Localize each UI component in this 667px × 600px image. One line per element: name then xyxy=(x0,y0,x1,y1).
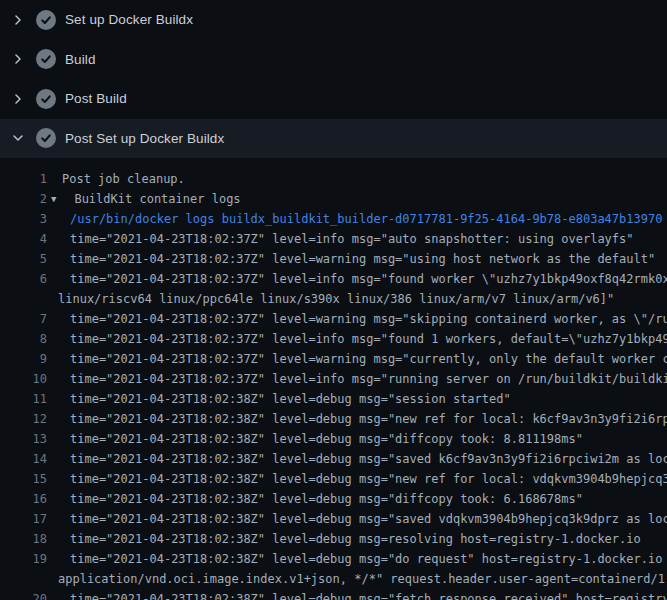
log-line-number[interactable]: 12 xyxy=(0,409,47,429)
log-line-number[interactable]: 2 xyxy=(0,189,47,209)
log-line-number[interactable]: 18 xyxy=(0,529,47,549)
log-line-text: time="2021-04-23T18:02:38Z" level=debug … xyxy=(58,529,641,549)
log-line: linux/riscv64 linux/ppc64le linux/s390x … xyxy=(0,289,667,309)
log-line-text: time="2021-04-23T18:02:38Z" level=debug … xyxy=(58,469,667,489)
chevron-right-icon xyxy=(10,91,26,107)
log-line-text: time="2021-04-23T18:02:37Z" level=info m… xyxy=(58,329,667,349)
log-line-text: Post job cleanup. xyxy=(58,169,185,189)
log-line-number[interactable] xyxy=(0,289,47,309)
group-collapse-triangle-icon: ▼ xyxy=(47,189,56,209)
log-line: 15 time="2021-04-23T18:02:38Z" level=deb… xyxy=(0,469,667,489)
log-line: 13 time="2021-04-23T18:02:38Z" level=deb… xyxy=(0,429,667,449)
log-line-number[interactable]: 5 xyxy=(0,249,47,269)
log-line-text: time="2021-04-23T18:02:38Z" level=debug … xyxy=(58,449,667,469)
step-label: Post Build xyxy=(65,91,127,106)
step-list: Set up Docker Buildx Build P xyxy=(0,0,667,158)
log-line-text: time="2021-04-23T18:02:37Z" level=warnin… xyxy=(58,309,667,329)
log-line-number[interactable]: 6 xyxy=(0,269,47,289)
log-line: 5 time="2021-04-23T18:02:37Z" level=warn… xyxy=(0,249,667,269)
log-line-text: time="2021-04-23T18:02:37Z" level=info m… xyxy=(58,269,667,289)
check-circle-icon xyxy=(36,128,56,148)
log-line-number[interactable]: 7 xyxy=(0,309,47,329)
step-header-post-set-up-docker-buildx[interactable]: Post Set up Docker Buildx xyxy=(0,119,667,159)
check-circle-icon xyxy=(36,49,56,69)
log-line-command: 3 /usr/bin/docker logs buildx_buildkit_b… xyxy=(0,209,667,229)
log-line-number[interactable]: 4 xyxy=(0,229,47,249)
log-line-text: linux/riscv64 linux/ppc64le linux/s390x … xyxy=(58,289,614,309)
actions-log-viewer: Set up Docker Buildx Build P xyxy=(0,0,667,600)
step-header-post-build[interactable]: Post Build xyxy=(0,79,667,119)
log-line-text: time="2021-04-23T18:02:37Z" level=info m… xyxy=(58,369,667,389)
log-line: 12 time="2021-04-23T18:02:38Z" level=deb… xyxy=(0,409,667,429)
log-line: application/vnd.oci.image.index.v1+json,… xyxy=(0,569,667,589)
log-output: 1 Post job cleanup. 2 ▼BuildKit containe… xyxy=(0,158,667,600)
check-circle-icon xyxy=(36,10,56,30)
log-line: 11 time="2021-04-23T18:02:38Z" level=deb… xyxy=(0,389,667,409)
log-line-text: application/vnd.oci.image.index.v1+json,… xyxy=(58,569,667,589)
log-line: 18 time="2021-04-23T18:02:38Z" level=deb… xyxy=(0,529,667,549)
chevron-right-icon xyxy=(10,12,26,28)
log-line-number[interactable]: 3 xyxy=(0,209,47,229)
chevron-down-icon xyxy=(10,130,26,146)
log-line: 7 time="2021-04-23T18:02:37Z" level=warn… xyxy=(0,309,667,329)
log-line-number[interactable]: 15 xyxy=(0,469,47,489)
log-line-text: time="2021-04-23T18:02:38Z" level=debug … xyxy=(58,429,583,449)
log-line: 19 time="2021-04-23T18:02:38Z" level=deb… xyxy=(0,549,667,569)
log-line: 10 time="2021-04-23T18:02:37Z" level=inf… xyxy=(0,369,667,389)
log-line-number[interactable]: 9 xyxy=(0,349,47,369)
step-label: Build xyxy=(65,52,96,67)
log-line-number[interactable]: 19 xyxy=(0,549,47,569)
log-line-number[interactable]: 13 xyxy=(0,429,47,449)
log-line-number[interactable]: 20 xyxy=(0,589,47,600)
log-line: 6 time="2021-04-23T18:02:37Z" level=info… xyxy=(0,269,667,289)
log-line-text: time="2021-04-23T18:02:38Z" level=debug … xyxy=(58,389,511,409)
log-line-number[interactable]: 17 xyxy=(0,509,47,529)
chevron-right-icon xyxy=(10,51,26,67)
log-line: 20 time="2021-04-23T18:02:38Z" level=deb… xyxy=(0,589,667,600)
log-line-text: time="2021-04-23T18:02:38Z" level=debug … xyxy=(58,509,667,529)
log-line-number[interactable]: 8 xyxy=(0,329,47,349)
log-line-number[interactable]: 10 xyxy=(0,369,47,389)
step-header-set-up-docker-buildx[interactable]: Set up Docker Buildx xyxy=(0,0,667,40)
log-line-text: BuildKit container logs xyxy=(74,189,240,209)
log-line-text: time="2021-04-23T18:02:37Z" level=info m… xyxy=(58,229,634,249)
log-line-text: time="2021-04-23T18:02:38Z" level=debug … xyxy=(58,549,667,569)
log-line-number[interactable] xyxy=(0,569,47,589)
log-line-number[interactable]: 1 xyxy=(0,169,47,189)
log-line-text: /usr/bin/docker logs buildx_buildkit_bui… xyxy=(58,209,662,229)
log-line-text: time="2021-04-23T18:02:38Z" level=debug … xyxy=(58,409,667,429)
log-line: 8 time="2021-04-23T18:02:37Z" level=info… xyxy=(0,329,667,349)
log-line-text: time="2021-04-23T18:02:37Z" level=warnin… xyxy=(58,249,655,269)
log-line: 17 time="2021-04-23T18:02:38Z" level=deb… xyxy=(0,509,667,529)
log-group-toggle[interactable]: 2 ▼BuildKit container logs xyxy=(0,189,667,209)
log-line: 14 time="2021-04-23T18:02:38Z" level=deb… xyxy=(0,449,667,469)
step-label: Set up Docker Buildx xyxy=(65,12,193,27)
log-line-number[interactable]: 16 xyxy=(0,489,47,509)
step-label: Post Set up Docker Buildx xyxy=(65,131,224,146)
log-line-text: time="2021-04-23T18:02:38Z" level=debug … xyxy=(58,489,583,509)
log-line: 1 Post job cleanup. xyxy=(0,169,667,189)
log-line: 4 time="2021-04-23T18:02:37Z" level=info… xyxy=(0,229,667,249)
log-line-number[interactable]: 11 xyxy=(0,389,47,409)
step-header-build[interactable]: Build xyxy=(0,40,667,80)
log-line-text: time="2021-04-23T18:02:38Z" level=debug … xyxy=(58,589,667,600)
log-line: 16 time="2021-04-23T18:02:38Z" level=deb… xyxy=(0,489,667,509)
log-line-number[interactable]: 14 xyxy=(0,449,47,469)
log-line-text: time="2021-04-23T18:02:37Z" level=warnin… xyxy=(58,349,667,369)
log-line: 9 time="2021-04-23T18:02:37Z" level=warn… xyxy=(0,349,667,369)
check-circle-icon xyxy=(36,89,56,109)
